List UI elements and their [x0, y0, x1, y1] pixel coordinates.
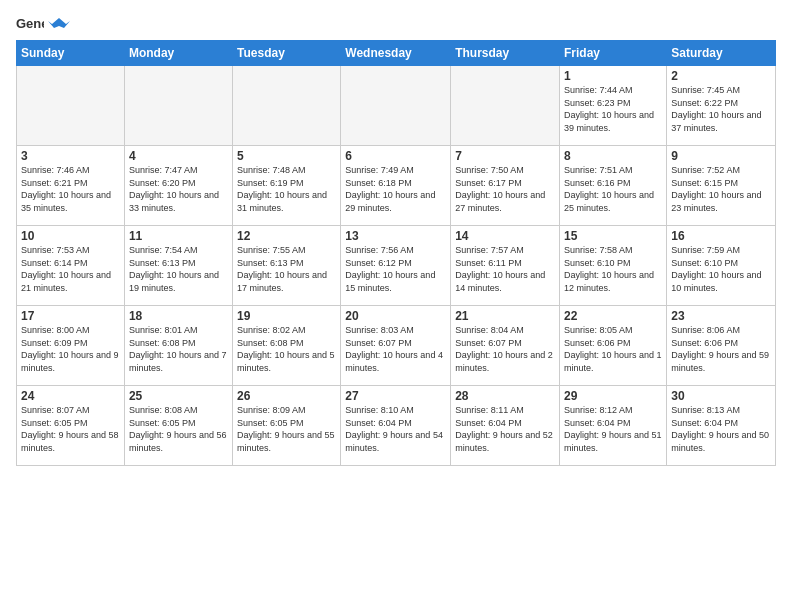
day-number: 7: [455, 149, 555, 163]
calendar-cell: 12Sunrise: 7:55 AM Sunset: 6:13 PM Dayli…: [233, 226, 341, 306]
calendar-cell: 28Sunrise: 8:11 AM Sunset: 6:04 PM Dayli…: [451, 386, 560, 466]
day-info: Sunrise: 8:02 AM Sunset: 6:08 PM Dayligh…: [237, 324, 336, 374]
calendar-cell: 1Sunrise: 7:44 AM Sunset: 6:23 PM Daylig…: [560, 66, 667, 146]
calendar-cell: 3Sunrise: 7:46 AM Sunset: 6:21 PM Daylig…: [17, 146, 125, 226]
calendar-cell: 26Sunrise: 8:09 AM Sunset: 6:05 PM Dayli…: [233, 386, 341, 466]
day-number: 2: [671, 69, 771, 83]
day-info: Sunrise: 7:57 AM Sunset: 6:11 PM Dayligh…: [455, 244, 555, 294]
day-number: 6: [345, 149, 446, 163]
calendar-cell: 23Sunrise: 8:06 AM Sunset: 6:06 PM Dayli…: [667, 306, 776, 386]
calendar-cell: [233, 66, 341, 146]
calendar-cell: 7Sunrise: 7:50 AM Sunset: 6:17 PM Daylig…: [451, 146, 560, 226]
day-number: 4: [129, 149, 228, 163]
svg-marker-1: [48, 18, 70, 28]
svg-text:General: General: [16, 16, 44, 31]
calendar-cell: 18Sunrise: 8:01 AM Sunset: 6:08 PM Dayli…: [124, 306, 232, 386]
calendar-cell: 29Sunrise: 8:12 AM Sunset: 6:04 PM Dayli…: [560, 386, 667, 466]
day-number: 10: [21, 229, 120, 243]
calendar-cell: 16Sunrise: 7:59 AM Sunset: 6:10 PM Dayli…: [667, 226, 776, 306]
calendar-cell: 17Sunrise: 8:00 AM Sunset: 6:09 PM Dayli…: [17, 306, 125, 386]
day-info: Sunrise: 8:07 AM Sunset: 6:05 PM Dayligh…: [21, 404, 120, 454]
day-number: 24: [21, 389, 120, 403]
day-info: Sunrise: 8:06 AM Sunset: 6:06 PM Dayligh…: [671, 324, 771, 374]
day-info: Sunrise: 8:05 AM Sunset: 6:06 PM Dayligh…: [564, 324, 662, 374]
calendar-cell: 11Sunrise: 7:54 AM Sunset: 6:13 PM Dayli…: [124, 226, 232, 306]
day-info: Sunrise: 8:04 AM Sunset: 6:07 PM Dayligh…: [455, 324, 555, 374]
day-number: 5: [237, 149, 336, 163]
calendar-cell: [17, 66, 125, 146]
weekday-header-monday: Monday: [124, 41, 232, 66]
day-info: Sunrise: 8:11 AM Sunset: 6:04 PM Dayligh…: [455, 404, 555, 454]
day-info: Sunrise: 8:00 AM Sunset: 6:09 PM Dayligh…: [21, 324, 120, 374]
header: General: [16, 12, 776, 34]
logo-icon: General: [16, 12, 44, 34]
calendar-cell: 21Sunrise: 8:04 AM Sunset: 6:07 PM Dayli…: [451, 306, 560, 386]
calendar-cell: 15Sunrise: 7:58 AM Sunset: 6:10 PM Dayli…: [560, 226, 667, 306]
day-info: Sunrise: 8:12 AM Sunset: 6:04 PM Dayligh…: [564, 404, 662, 454]
day-info: Sunrise: 7:54 AM Sunset: 6:13 PM Dayligh…: [129, 244, 228, 294]
calendar-week-3: 17Sunrise: 8:00 AM Sunset: 6:09 PM Dayli…: [17, 306, 776, 386]
calendar-cell: 30Sunrise: 8:13 AM Sunset: 6:04 PM Dayli…: [667, 386, 776, 466]
day-number: 20: [345, 309, 446, 323]
calendar-cell: 25Sunrise: 8:08 AM Sunset: 6:05 PM Dayli…: [124, 386, 232, 466]
calendar-cell: [451, 66, 560, 146]
weekday-header-thursday: Thursday: [451, 41, 560, 66]
day-number: 30: [671, 389, 771, 403]
day-info: Sunrise: 7:58 AM Sunset: 6:10 PM Dayligh…: [564, 244, 662, 294]
day-info: Sunrise: 7:55 AM Sunset: 6:13 PM Dayligh…: [237, 244, 336, 294]
day-info: Sunrise: 7:51 AM Sunset: 6:16 PM Dayligh…: [564, 164, 662, 214]
weekday-header-wednesday: Wednesday: [341, 41, 451, 66]
weekday-header-sunday: Sunday: [17, 41, 125, 66]
day-info: Sunrise: 7:48 AM Sunset: 6:19 PM Dayligh…: [237, 164, 336, 214]
calendar-cell: 20Sunrise: 8:03 AM Sunset: 6:07 PM Dayli…: [341, 306, 451, 386]
weekday-header-saturday: Saturday: [667, 41, 776, 66]
calendar-cell: 6Sunrise: 7:49 AM Sunset: 6:18 PM Daylig…: [341, 146, 451, 226]
day-info: Sunrise: 7:59 AM Sunset: 6:10 PM Dayligh…: [671, 244, 771, 294]
day-info: Sunrise: 7:49 AM Sunset: 6:18 PM Dayligh…: [345, 164, 446, 214]
day-number: 15: [564, 229, 662, 243]
day-number: 21: [455, 309, 555, 323]
day-number: 16: [671, 229, 771, 243]
weekday-header-row: SundayMondayTuesdayWednesdayThursdayFrid…: [17, 41, 776, 66]
day-info: Sunrise: 7:52 AM Sunset: 6:15 PM Dayligh…: [671, 164, 771, 214]
calendar-week-0: 1Sunrise: 7:44 AM Sunset: 6:23 PM Daylig…: [17, 66, 776, 146]
day-number: 29: [564, 389, 662, 403]
day-number: 12: [237, 229, 336, 243]
day-number: 11: [129, 229, 228, 243]
day-info: Sunrise: 7:50 AM Sunset: 6:17 PM Dayligh…: [455, 164, 555, 214]
weekday-header-friday: Friday: [560, 41, 667, 66]
day-info: Sunrise: 8:03 AM Sunset: 6:07 PM Dayligh…: [345, 324, 446, 374]
calendar-cell: 14Sunrise: 7:57 AM Sunset: 6:11 PM Dayli…: [451, 226, 560, 306]
calendar-cell: 19Sunrise: 8:02 AM Sunset: 6:08 PM Dayli…: [233, 306, 341, 386]
calendar-week-4: 24Sunrise: 8:07 AM Sunset: 6:05 PM Dayli…: [17, 386, 776, 466]
day-number: 27: [345, 389, 446, 403]
day-number: 19: [237, 309, 336, 323]
calendar-cell: 10Sunrise: 7:53 AM Sunset: 6:14 PM Dayli…: [17, 226, 125, 306]
calendar-cell: [341, 66, 451, 146]
day-info: Sunrise: 8:10 AM Sunset: 6:04 PM Dayligh…: [345, 404, 446, 454]
day-number: 26: [237, 389, 336, 403]
day-info: Sunrise: 8:01 AM Sunset: 6:08 PM Dayligh…: [129, 324, 228, 374]
logo-bird-icon: [48, 16, 70, 32]
calendar-cell: 13Sunrise: 7:56 AM Sunset: 6:12 PM Dayli…: [341, 226, 451, 306]
calendar-cell: 4Sunrise: 7:47 AM Sunset: 6:20 PM Daylig…: [124, 146, 232, 226]
page-container: General SundayMondayTuesdayWedne: [0, 0, 792, 474]
day-info: Sunrise: 8:08 AM Sunset: 6:05 PM Dayligh…: [129, 404, 228, 454]
calendar-week-1: 3Sunrise: 7:46 AM Sunset: 6:21 PM Daylig…: [17, 146, 776, 226]
calendar-cell: 27Sunrise: 8:10 AM Sunset: 6:04 PM Dayli…: [341, 386, 451, 466]
day-number: 22: [564, 309, 662, 323]
day-number: 28: [455, 389, 555, 403]
day-info: Sunrise: 7:53 AM Sunset: 6:14 PM Dayligh…: [21, 244, 120, 294]
day-info: Sunrise: 7:46 AM Sunset: 6:21 PM Dayligh…: [21, 164, 120, 214]
calendar-cell: 24Sunrise: 8:07 AM Sunset: 6:05 PM Dayli…: [17, 386, 125, 466]
day-number: 13: [345, 229, 446, 243]
calendar-cell: 5Sunrise: 7:48 AM Sunset: 6:19 PM Daylig…: [233, 146, 341, 226]
calendar-cell: 9Sunrise: 7:52 AM Sunset: 6:15 PM Daylig…: [667, 146, 776, 226]
calendar-cell: 8Sunrise: 7:51 AM Sunset: 6:16 PM Daylig…: [560, 146, 667, 226]
day-number: 1: [564, 69, 662, 83]
calendar-table: SundayMondayTuesdayWednesdayThursdayFrid…: [16, 40, 776, 466]
day-info: Sunrise: 7:56 AM Sunset: 6:12 PM Dayligh…: [345, 244, 446, 294]
calendar-cell: 22Sunrise: 8:05 AM Sunset: 6:06 PM Dayli…: [560, 306, 667, 386]
day-number: 18: [129, 309, 228, 323]
day-number: 8: [564, 149, 662, 163]
